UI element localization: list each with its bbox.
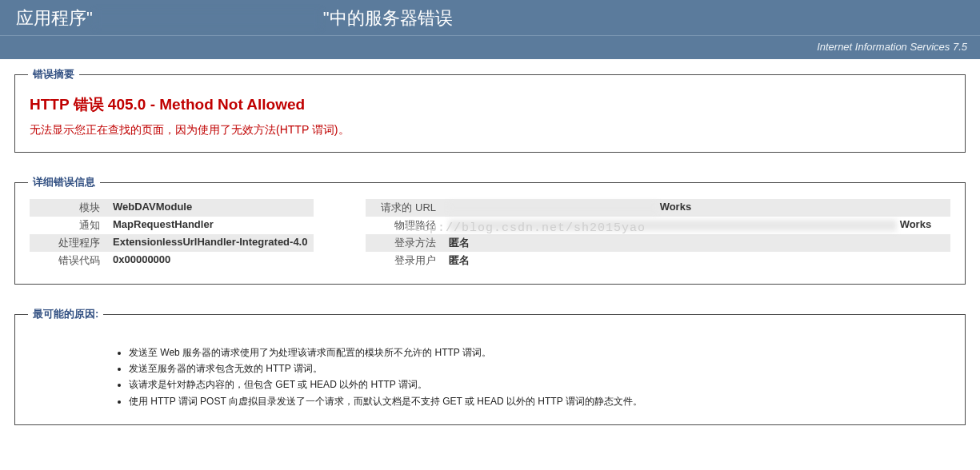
header-subbar: Internet Information Services 7.5 — [0, 35, 980, 59]
error-http-subtitle: 无法显示您正在查找的页面，因为使用了无效方法(HTTP 谓词)。 — [30, 123, 950, 137]
detail-label: 请求的 URL — [366, 199, 442, 217]
list-item: 使用 HTTP 谓词 POST 向虚拟目录发送了一个请求，而默认文档是不支持 G… — [129, 394, 950, 409]
detail-label: 物理路径 — [366, 217, 442, 234]
value-suffix: Works — [660, 201, 692, 213]
detail-label: 登录方法 — [366, 234, 442, 252]
table-row: 登录方法 匿名 — [366, 234, 950, 252]
table-row: 请求的 URL Works — [366, 199, 950, 217]
list-item: 该请求是针对静态内容的，但包含 GET 或 HEAD 以外的 HTTP 谓词。 — [129, 377, 950, 392]
table-row: 登录用户 匿名 — [366, 252, 950, 269]
header-suffix: "中的服务器错误 — [323, 8, 453, 28]
detail-value: 0x00000000 — [106, 252, 314, 269]
error-summary-box: 错误摘要 HTTP 错误 405.0 - Method Not Allowed … — [14, 67, 966, 153]
table-row: 通知 MapRequestHandler — [30, 217, 314, 234]
error-details-box: 详细错误信息 模块 WebDAVModule 通知 MapRequestHand… — [14, 175, 966, 285]
details-right-table: 请求的 URL Works 物理路径 Works — [366, 199, 950, 269]
value-suffix: Works — [900, 218, 932, 230]
header-redacted — [96, 10, 320, 28]
list-item: 发送至 Web 服务器的请求使用了为处理该请求而配置的模块所不允许的 HTTP … — [129, 345, 950, 360]
error-http-title: HTTP 错误 405.0 - Method Not Allowed — [30, 94, 950, 115]
detail-label: 处理程序 — [30, 234, 106, 252]
detail-value: 匿名 — [442, 252, 950, 269]
header-prefix: 应用程序" — [16, 8, 93, 28]
detail-value: Works — [442, 199, 950, 217]
redacted-value — [449, 202, 657, 213]
table-row: 模块 WebDAVModule — [30, 199, 314, 217]
iis-version: Internet Information Services 7.5 — [817, 41, 967, 53]
detail-value: WebDAVModule — [106, 199, 314, 217]
detail-value: MapRequestHandler — [106, 217, 314, 234]
table-row: 物理路径 Works — [366, 217, 950, 234]
detail-value: 匿名 — [442, 234, 950, 252]
error-details-legend: 详细错误信息 — [28, 175, 100, 189]
detail-label: 通知 — [30, 217, 106, 234]
detail-label: 登录用户 — [366, 252, 442, 269]
details-left-table: 模块 WebDAVModule 通知 MapRequestHandler 处理程… — [30, 199, 314, 269]
likely-causes-legend: 最可能的原因: — [28, 307, 103, 321]
likely-causes-box: 最可能的原因: 发送至 Web 服务器的请求使用了为处理该请求而配置的模块所不允… — [14, 307, 966, 425]
causes-list: 发送至 Web 服务器的请求使用了为处理该请求而配置的模块所不允许的 HTTP … — [102, 345, 950, 409]
detail-label: 错误代码 — [30, 252, 106, 269]
table-row: 处理程序 ExtensionlessUrlHandler-Integrated-… — [30, 234, 314, 252]
header-title: 应用程序""中的服务器错误 — [16, 6, 453, 30]
detail-label: 模块 — [30, 199, 106, 217]
detail-value: ExtensionlessUrlHandler-Integrated-4.0 — [106, 234, 314, 252]
page-header: 应用程序""中的服务器错误 — [0, 0, 980, 35]
table-row: 错误代码 0x00000000 — [30, 252, 314, 269]
detail-value: Works — [442, 217, 950, 234]
error-summary-legend: 错误摘要 — [28, 67, 79, 82]
redacted-value — [449, 220, 897, 231]
list-item: 发送至服务器的请求包含无效的 HTTP 谓词。 — [129, 361, 950, 376]
